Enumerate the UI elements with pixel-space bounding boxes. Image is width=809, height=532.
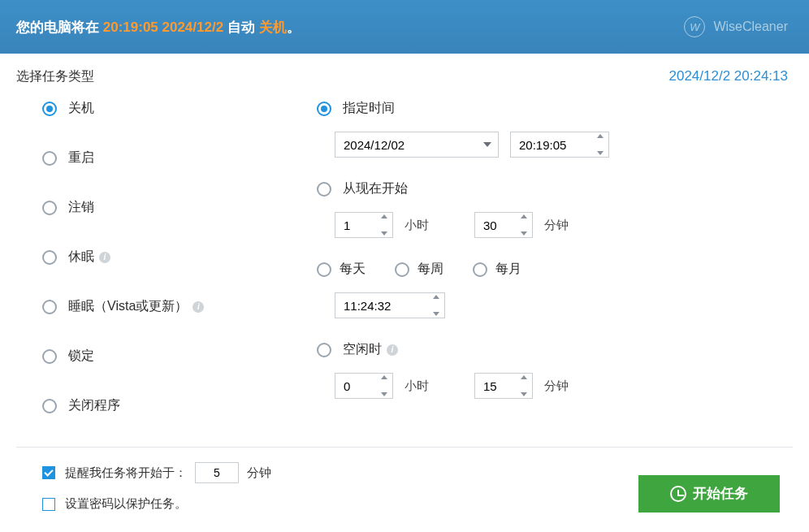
schedule-idle-radio[interactable]: 空闲时 i — [317, 341, 793, 358]
task-type-2[interactable]: 注销 — [42, 199, 317, 216]
chevron-down-icon[interactable] — [521, 231, 527, 236]
spin-controls[interactable] — [378, 375, 391, 396]
footer-options: 提醒我任务将开始于： 分钟 设置密码以保护任务。 — [42, 462, 271, 525]
info-icon[interactable]: i — [387, 344, 398, 356]
radio-icon — [42, 250, 57, 265]
subheader: 选择任务类型 2024/12/2 20:24:13 — [0, 54, 809, 92]
radio-icon — [42, 349, 57, 364]
idle-hours-spinner[interactable]: 0 — [335, 373, 393, 399]
radio-label: 每周 — [417, 261, 443, 278]
schedule-daily-radio[interactable]: 每天 — [317, 261, 366, 278]
section-title: 选择任务类型 — [16, 68, 94, 85]
date-select[interactable]: 2024/12/02 — [335, 132, 499, 158]
spin-controls[interactable] — [517, 214, 530, 236]
info-icon[interactable]: i — [99, 252, 110, 263]
chevron-up-icon[interactable] — [433, 295, 439, 299]
schedule-monthly-radio[interactable]: 每月 — [473, 261, 521, 278]
task-type-4[interactable]: 睡眠（Vista或更新）i — [42, 298, 317, 315]
start-task-button[interactable]: 开始任务 — [638, 475, 780, 513]
remind-checkbox[interactable] — [42, 466, 55, 479]
spin-controls[interactable] — [430, 295, 443, 316]
remind-label: 提醒我任务将开始于： — [65, 465, 187, 481]
brand: W WiseCleaner — [684, 16, 788, 37]
spin-controls[interactable] — [594, 134, 607, 155]
brand-label: WiseCleaner — [713, 19, 788, 34]
date-value: 2024/12/02 — [344, 138, 404, 152]
schedule-recur-row: 每天 每周 每月 — [317, 261, 793, 278]
spin-controls[interactable] — [378, 214, 391, 236]
password-option: 设置密码以保护任务。 — [42, 496, 271, 512]
task-type-5[interactable]: 锁定 — [42, 348, 317, 365]
time-value: 20:19:05 — [519, 138, 566, 152]
task-type-6[interactable]: 关闭程序 — [42, 397, 317, 414]
radio-label: 休眠 — [68, 249, 94, 266]
radio-icon — [317, 102, 331, 116]
chevron-down-icon[interactable] — [433, 312, 439, 316]
radio-label: 空闲时 — [343, 341, 382, 358]
radio-label: 注销 — [68, 199, 94, 216]
idle-minutes-value: 15 — [483, 379, 497, 393]
start-button-label: 开始任务 — [693, 484, 748, 503]
recur-time-spinner[interactable]: 11:24:32 — [335, 292, 445, 318]
idle-minutes-spinner[interactable]: 15 — [474, 373, 533, 399]
clock-icon — [670, 486, 686, 502]
msg-time: 20:19:05 2024/12/2 — [103, 19, 223, 35]
info-icon[interactable]: i — [193, 301, 204, 313]
password-label: 设置密码以保护任务。 — [65, 496, 187, 512]
remind-option: 提醒我任务将开始于： 分钟 — [42, 462, 271, 483]
chevron-up-icon[interactable] — [381, 375, 387, 379]
radio-icon — [42, 300, 57, 314]
remind-minutes-input[interactable] — [195, 462, 239, 483]
chevron-down-icon[interactable] — [597, 151, 604, 155]
msg-suffix: 。 — [287, 19, 301, 35]
radio-icon — [395, 262, 409, 277]
chevron-up-icon[interactable] — [521, 214, 527, 218]
chevron-up-icon[interactable] — [597, 134, 604, 138]
schedule-column: 指定时间 2024/12/02 20:19:05 从现在开始 1 小时 — [317, 100, 793, 447]
fromnow-fields: 1 小时 30 分钟 — [335, 212, 793, 238]
schedule-specific-radio[interactable]: 指定时间 — [317, 100, 793, 117]
task-type-column: 关机重启注销休眠i睡眠（Vista或更新）i锁定关闭程序 — [42, 100, 317, 447]
minutes-value: 30 — [483, 218, 497, 232]
radio-label: 每月 — [495, 261, 521, 278]
chevron-down-icon[interactable] — [381, 392, 387, 396]
brand-icon: W — [684, 16, 705, 37]
radio-label: 重启 — [68, 149, 94, 167]
password-checkbox[interactable] — [42, 498, 55, 511]
minutes-spinner[interactable]: 30 — [474, 212, 533, 238]
time-spinner[interactable]: 20:19:05 — [510, 132, 609, 158]
recur-time-field: 11:24:32 — [335, 292, 793, 318]
schedule-weekly-radio[interactable]: 每周 — [395, 261, 443, 278]
chevron-down-icon[interactable] — [381, 231, 387, 236]
task-type-0[interactable]: 关机 — [42, 100, 317, 117]
radio-label: 指定时间 — [343, 100, 395, 117]
recur-time-value: 11:24:32 — [344, 299, 391, 313]
task-type-1[interactable]: 重启 — [42, 149, 317, 167]
radio-icon — [42, 201, 57, 215]
header-bar: 您的电脑将在 20:19:05 2024/12/2 自动 关机。 W WiseC… — [0, 0, 809, 54]
idle-hours-value: 0 — [344, 379, 350, 393]
current-time: 2024/12/2 20:24:13 — [668, 68, 788, 84]
radio-label: 关机 — [68, 100, 94, 117]
chevron-up-icon[interactable] — [521, 375, 527, 379]
msg-prefix: 您的电脑将在 — [16, 19, 103, 35]
schedule-fromnow-radio[interactable]: 从现在开始 — [317, 180, 793, 197]
spin-controls[interactable] — [517, 375, 530, 396]
header-message: 您的电脑将在 20:19:05 2024/12/2 自动 关机。 — [16, 18, 301, 37]
hours-spinner[interactable]: 1 — [335, 212, 393, 238]
radio-label: 从现在开始 — [343, 180, 408, 197]
radio-label: 锁定 — [68, 348, 94, 365]
msg-action: 关机 — [259, 19, 287, 35]
minutes-unit: 分钟 — [544, 218, 569, 233]
content: 关机重启注销休眠i睡眠（Vista或更新）i锁定关闭程序 指定时间 2024/1… — [0, 92, 809, 447]
radio-icon — [473, 262, 487, 277]
footer: 提醒我任务将开始于： 分钟 设置密码以保护任务。 开始任务 — [0, 448, 809, 525]
radio-icon — [42, 399, 57, 413]
chevron-down-icon[interactable] — [521, 392, 527, 396]
chevron-up-icon[interactable] — [381, 214, 387, 218]
remind-unit: 分钟 — [247, 465, 271, 481]
radio-icon — [317, 182, 331, 197]
specific-time-fields: 2024/12/02 20:19:05 — [335, 132, 793, 158]
task-type-3[interactable]: 休眠i — [42, 249, 317, 266]
radio-icon — [42, 151, 57, 166]
